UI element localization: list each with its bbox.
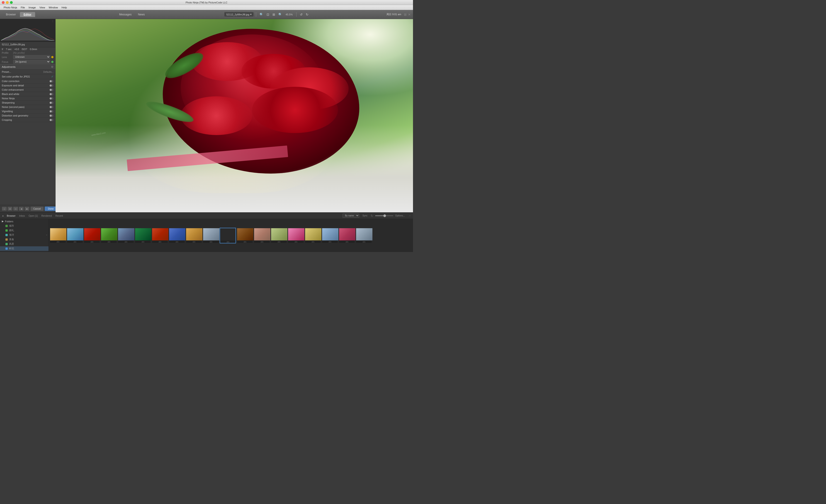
- thumb-0[interactable]: .jpg: [50, 228, 66, 243]
- sidebar-options-icon[interactable]: ≡: [46, 234, 47, 236]
- fullscreen-button[interactable]: [10, 1, 13, 4]
- adjustments-gear-icon[interactable]: ⚙: [51, 65, 54, 68]
- toggle-color-correction[interactable]: [49, 80, 54, 82]
- adjustment-noise-ninja[interactable]: Noise Ninja: [0, 96, 55, 101]
- thumb-16[interactable]: .jpg: [321, 228, 338, 243]
- move-left-right-button[interactable]: ↔: [13, 207, 18, 211]
- close-button[interactable]: [2, 1, 5, 4]
- thumb-3[interactable]: .jpg: [101, 228, 117, 243]
- menu-file[interactable]: File: [19, 6, 27, 9]
- toggle-color-enhancement[interactable]: [49, 88, 54, 91]
- tab-open[interactable]: Open [1]: [27, 214, 39, 217]
- thumb-18[interactable]: .jpg: [356, 228, 372, 243]
- adjustment-color-correction[interactable]: Color correction: [0, 79, 55, 83]
- adjustment-sharpening[interactable]: Sharpening: [0, 101, 55, 105]
- sidebar-item-landscape[interactable]: 风景: [0, 242, 49, 246]
- adjustment-vignetting[interactable]: Vignetting: [0, 109, 55, 114]
- zoom-100-button[interactable]: 🔍: [277, 12, 283, 17]
- sync-button[interactable]: Sync: [361, 214, 369, 217]
- grid-view-icon[interactable]: ⊞: [404, 13, 407, 16]
- zoom-fill-button[interactable]: ⊞: [271, 12, 276, 17]
- filmstrip-photos-area[interactable]: .jpg .jpg .jpg .jpg .jpg: [49, 219, 413, 252]
- toggle-noise-second[interactable]: [49, 106, 54, 108]
- thumb-9[interactable]: .jpg: [203, 228, 219, 243]
- adjustment-black-white[interactable]: Black and white: [0, 92, 55, 96]
- tab-editor[interactable]: Editor: [20, 12, 35, 17]
- toggle-vignetting[interactable]: [49, 110, 54, 113]
- menu-image[interactable]: Image: [27, 6, 38, 9]
- adjustment-noise-second[interactable]: Noise (second pass): [0, 105, 55, 109]
- close-panel-icon[interactable]: ✕: [408, 13, 411, 16]
- sidebar-item-flowers[interactable]: 鲜花: [0, 246, 49, 251]
- thumb-5[interactable]: .jpg: [135, 228, 151, 243]
- thumb-15[interactable]: .jpg: [305, 228, 321, 243]
- toggle-sharpening[interactable]: [49, 102, 54, 104]
- toggle-distortion[interactable]: [49, 115, 54, 117]
- adjustment-cropping[interactable]: Cropping: [0, 118, 55, 122]
- preset-button[interactable]: Preset...: [2, 70, 11, 73]
- move-down-step-button[interactable]: ⇓: [7, 207, 12, 211]
- adjustment-exposure[interactable]: Exposure and detail: [0, 83, 55, 88]
- thumb-17[interactable]: .jpg: [339, 228, 355, 243]
- panel-grab-handle[interactable]: ⋮: [52, 20, 54, 22]
- toggle-bw[interactable]: [49, 93, 54, 96]
- defaults-button[interactable]: Defaults...: [43, 71, 54, 73]
- cancel-button[interactable]: Cancel: [31, 206, 44, 211]
- sync-refresh-icon[interactable]: ↻: [371, 214, 373, 217]
- move-prev-button[interactable]: ◂: [19, 207, 24, 211]
- menu-view[interactable]: View: [38, 6, 47, 9]
- title-bar: Photo Ninja (TM) by PictureCode LLC: [0, 0, 413, 5]
- slider-track[interactable]: [375, 215, 393, 216]
- thumb-13[interactable]: .jpg: [271, 228, 287, 243]
- zoom-fit-button[interactable]: ⊡: [266, 12, 271, 17]
- sidebar-favorites[interactable]: ▶ Favorites: [0, 251, 49, 252]
- minimize-button[interactable]: [6, 1, 9, 4]
- sidebar-item-city[interactable]: 城市: [0, 224, 49, 228]
- tab-inbox[interactable]: Inbox: [18, 214, 26, 217]
- thumb-10-selected[interactable]: .jpg: [220, 228, 236, 243]
- zoom-out-button[interactable]: 🔍: [258, 12, 264, 17]
- thumb-1[interactable]: .jpg: [67, 228, 83, 243]
- tab-recent[interactable]: Recent: [55, 214, 64, 217]
- thumb-4[interactable]: .jpg: [118, 228, 134, 243]
- thumb-2[interactable]: .jpg: [84, 228, 100, 243]
- done-button[interactable]: Done: [45, 206, 57, 211]
- adjustment-distortion[interactable]: Distortion and geometry: [0, 114, 55, 118]
- menu-help[interactable]: Help: [60, 6, 69, 9]
- filename-selector[interactable]: 52112_2y88mJ8l.jpg ▾: [224, 12, 254, 17]
- thumb-6[interactable]: .jpg: [152, 228, 168, 243]
- adjustment-set-color-profile[interactable]: Set color profile for JPEG ✓: [0, 74, 55, 79]
- slider-knob[interactable]: [383, 214, 386, 217]
- thumb-8[interactable]: .jpg: [186, 228, 202, 243]
- focus-select[interactable]: 2m (guess): [13, 60, 50, 64]
- lens-select[interactable]: Unknown: [13, 55, 50, 59]
- news-button[interactable]: News: [138, 13, 144, 16]
- thumb-12[interactable]: .jpg: [254, 228, 270, 243]
- image-canvas-area[interactable]: www.MacZ.com: [56, 19, 413, 212]
- thumb-7[interactable]: .jpg: [169, 228, 185, 243]
- toggle-exposure[interactable]: [49, 84, 54, 87]
- thumb-11[interactable]: .jpg: [237, 228, 253, 243]
- sidebar-folders[interactable]: ▶ Folders: [0, 219, 49, 224]
- move-down-button[interactable]: ↓: [2, 207, 7, 211]
- tab-browser[interactable]: Browser: [6, 214, 16, 217]
- filmstrip-collapse-icon[interactable]: ↔: [408, 214, 411, 217]
- tab-rendered[interactable]: Rendered: [40, 214, 53, 217]
- menu-window[interactable]: Window: [47, 6, 60, 9]
- filmstrip-expand-icon[interactable]: ▲: [2, 214, 4, 217]
- rotate-left-button[interactable]: ↺: [299, 12, 304, 17]
- thumb-14[interactable]: .jpg: [288, 228, 304, 243]
- tab-browser[interactable]: Browser: [2, 12, 19, 17]
- sidebar-item-ocean[interactable]: 海洋 ≡: [0, 233, 49, 237]
- menu-photoninja[interactable]: Photo Ninja: [2, 6, 19, 9]
- options-button[interactable]: Options...: [395, 214, 405, 217]
- toggle-noise[interactable]: [49, 97, 54, 100]
- toggle-cropping[interactable]: [49, 119, 54, 121]
- move-next-button[interactable]: ▸: [24, 207, 30, 211]
- rotate-right-button[interactable]: ↻: [305, 12, 310, 17]
- sidebar-item-wedding[interactable]: 婚礼: [0, 228, 49, 233]
- messages-button[interactable]: Messages: [119, 13, 132, 16]
- sidebar-item-food[interactable]: 美食: [0, 237, 49, 242]
- adjustment-color-enhancement[interactable]: Color enhancement: [0, 88, 55, 92]
- sort-select[interactable]: By name: [343, 213, 359, 218]
